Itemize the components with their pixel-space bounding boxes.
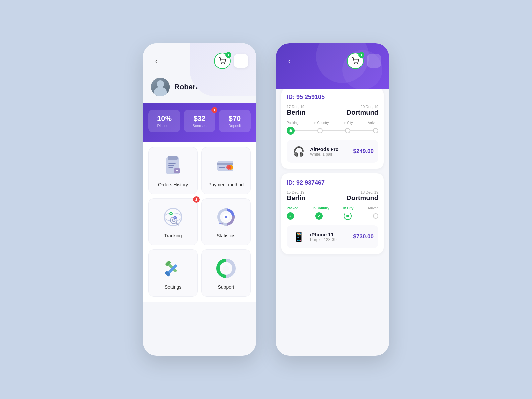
order-2-from-date: 15 Dec, 19 [287,190,306,194]
order-1-from-date: 17 Dec, 19 [287,105,306,109]
svg-rect-3 [168,156,178,160]
order-2-id: ID: 92 937467 [287,179,378,186]
menu-item-tracking[interactable]: 2 Trackin [148,198,198,245]
label2-incountry: In Country [313,206,329,210]
support-icon [214,256,238,280]
menu-item-tools[interactable]: Settings [148,249,198,297]
orders-scroll-area: ID: 95 259105 17 Dec, 19 Berlin 20 Dec, … [276,81,389,354]
right-phone: ‹ 1 ID: 95 259105 [276,43,389,356]
track-dot-4 [373,128,378,133]
left-phone: ‹ 1 Robert Williamson [143,43,256,356]
order-1-product-name: AirPods Pro [310,146,349,152]
stat-bonuses: 1 $32 Bonuses [184,110,215,132]
order-2-route: 15 Dec, 19 Berlin 18 Dec, 19 Dortmund [287,190,378,202]
support-label: Support [218,284,234,290]
svg-point-14 [226,165,231,170]
order-1-track-labels: Packing In Country In City Arrived [287,121,378,125]
order-1-product-icon: 🎧 [291,144,306,159]
order-2-track-labels: Packed In Country In City Arrived [287,206,378,210]
tracking-label: Tracking [164,233,182,238]
right-back-button[interactable]: ‹ [284,56,295,66]
deposit-label: Deposit [222,124,247,128]
phones-container: ‹ 1 Robert Williamson [143,43,389,356]
svg-rect-28 [219,223,221,224]
order-1-product: 🎧 AirPods Pro White, 1 pair $249.00 [287,140,378,163]
track-dot-3 [345,128,350,133]
bg-blob [190,43,256,96]
svg-point-36 [223,265,229,271]
menu-item-payment[interactable]: Payment method [201,147,251,194]
menu-item-orders[interactable]: Orders History [148,147,198,194]
svg-rect-4 [168,163,176,164]
label-incity: In City [343,121,353,125]
order-2-product-info: iPhone 11 Purple, 128 Gb [310,232,349,242]
svg-point-1 [224,63,225,64]
order-1-id: ID: 95 259105 [287,94,378,101]
tools-icon [161,256,185,280]
track2-dot-4 [373,213,378,219]
menu-button[interactable] [234,54,248,68]
order-2-track: Packed In Country In City Arrived ✓ ✓ [287,206,378,220]
order-2-to: 18 Dec, 19 Dortmund [346,190,378,202]
payment-label: Payment method [208,182,244,187]
statistics-icon [214,205,238,229]
menu-item-statistics[interactable]: Statistics [201,198,251,245]
track2-line-3 [352,216,373,216]
track2-dot-2: ✓ [315,212,323,220]
order-1-product-info: AirPods Pro White, 1 pair [310,146,349,157]
bonuses-label: Bonuses [187,124,212,128]
track-dot-1 [287,127,295,135]
label-packing: Packing [287,121,299,125]
order-card-1: ID: 95 259105 17 Dec, 19 Berlin 20 Dec, … [281,88,384,169]
stat-discount: 10% Discount [148,110,180,132]
svg-point-37 [354,63,355,64]
svg-point-27 [225,216,227,218]
right-top-bar: ‹ 1 [276,43,389,89]
tools-label: Settings [165,284,182,290]
label-arrived: Arrived [368,121,378,125]
order-2-product-variant: Purple, 128 Gb [310,237,349,242]
order-card-2: ID: 92 937467 15 Dec, 19 Berlin 18 Dec, … [281,173,384,254]
bonuses-badge: 1 [211,107,217,113]
track-line-2 [323,130,345,131]
track2-line-2 [323,216,344,216]
svg-rect-11 [217,163,233,165]
stats-banner: 10% Discount 1 $32 Bonuses $70 Deposit [143,103,256,142]
svg-rect-5 [168,165,174,166]
label-incountry: In Country [313,121,329,125]
order-1-to-city: Dortmund [346,109,378,116]
menu-item-support[interactable]: Support [201,249,251,297]
track-line-1 [295,130,317,131]
order-1-to: 20 Dec, 19 Dortmund [346,105,378,116]
order-2-track-bar: ✓ ✓ [287,212,378,220]
discount-value: 10% [152,114,177,123]
svg-point-20 [170,213,172,214]
statistics-label: Statistics [217,233,235,238]
label2-incity: In City [343,206,354,210]
tracking-icon [161,205,185,229]
track-line-3 [350,130,373,131]
order-2-to-date: 18 Dec, 19 [346,190,378,194]
right-menu-button[interactable] [367,54,381,68]
track2-dot-1: ✓ [287,212,294,220]
cart-button[interactable]: 1 [214,53,231,69]
orders-icon [161,154,185,178]
orders-label: Orders History [158,182,188,187]
order-1-to-date: 20 Dec, 19 [346,105,378,109]
right-cart-button[interactable]: 1 [347,53,364,69]
order-1-from-city: Berlin [287,109,306,116]
avatar [151,78,170,96]
payment-icon [214,154,238,178]
back-button[interactable]: ‹ [151,56,162,66]
track-dot-2 [317,128,323,133]
order-2-from-city: Berlin [287,194,306,202]
svg-rect-6 [168,167,173,168]
label2-arrived: Arrived [368,206,378,210]
svg-point-38 [357,63,358,64]
bonuses-value: $32 [187,114,212,123]
order-1-track-bar [287,127,378,135]
order-2-to-city: Dortmund [346,194,378,202]
order-1-product-price: $249.00 [353,148,374,155]
stat-deposit: $70 Deposit [219,110,251,132]
order-1-product-variant: White, 1 pair [310,152,349,157]
